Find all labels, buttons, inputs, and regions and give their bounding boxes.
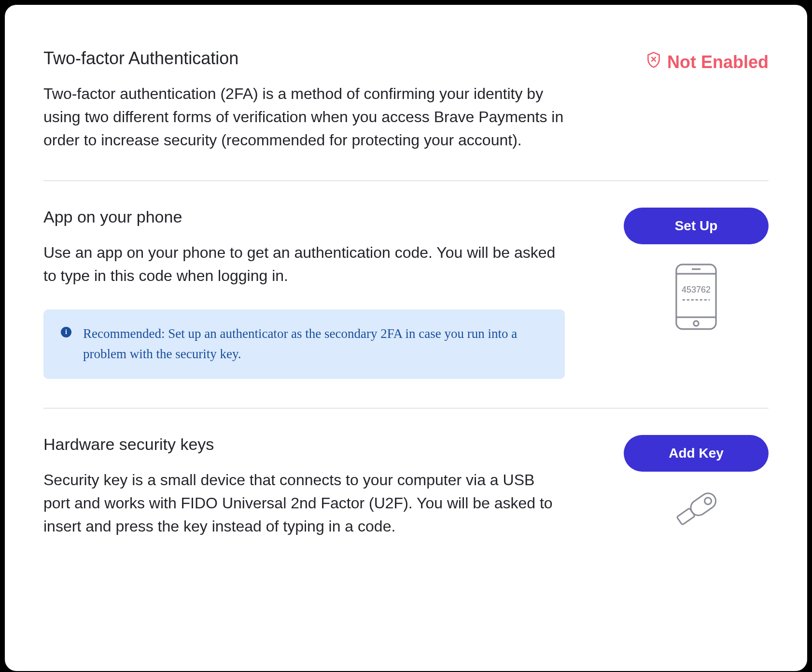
section-key-right: Add Key bbox=[624, 435, 769, 531]
section-app-right: Set Up 453762 bbox=[624, 208, 769, 333]
status-badge: Not Enabled bbox=[646, 51, 769, 73]
divider bbox=[43, 181, 769, 181]
settings-card: Two-factor Authentication Two-factor aut… bbox=[5, 5, 807, 671]
header-left: Two-factor Authentication Two-factor aut… bbox=[43, 48, 565, 152]
svg-rect-8 bbox=[677, 508, 695, 525]
section-key-title: Hardware security keys bbox=[43, 435, 565, 454]
header-row: Two-factor Authentication Two-factor aut… bbox=[43, 48, 769, 152]
info-text: Recommended: Set up an authenticator as … bbox=[83, 324, 547, 364]
info-box: i Recommended: Set up an authenticator a… bbox=[43, 309, 565, 379]
divider bbox=[43, 408, 769, 408]
svg-point-5 bbox=[694, 321, 699, 326]
section-app-title: App on your phone bbox=[43, 208, 565, 226]
phone-icon: 453762 bbox=[674, 263, 718, 333]
svg-rect-9 bbox=[688, 490, 719, 518]
add-key-button[interactable]: Add Key bbox=[624, 435, 769, 472]
section-app-left: App on your phone Use an app on your pho… bbox=[43, 208, 565, 379]
page-description: Two-factor authentication (2FA) is a met… bbox=[43, 82, 565, 152]
section-app-on-phone: App on your phone Use an app on your pho… bbox=[43, 208, 769, 379]
status-label: Not Enabled bbox=[667, 52, 769, 72]
section-app-description: Use an app on your phone to get an authe… bbox=[43, 241, 565, 287]
shield-x-icon bbox=[646, 51, 661, 73]
info-icon: i bbox=[61, 327, 71, 337]
svg-point-10 bbox=[703, 496, 713, 505]
page-title: Two-factor Authentication bbox=[43, 48, 565, 69]
section-hardware-keys: Hardware security keys Security key is a… bbox=[43, 435, 769, 538]
section-key-description: Security key is a small device that conn… bbox=[43, 468, 565, 538]
section-key-left: Hardware security keys Security key is a… bbox=[43, 435, 565, 538]
usb-key-icon bbox=[667, 490, 725, 531]
setup-button[interactable]: Set Up bbox=[624, 208, 769, 244]
phone-code-text: 453762 bbox=[682, 285, 711, 294]
